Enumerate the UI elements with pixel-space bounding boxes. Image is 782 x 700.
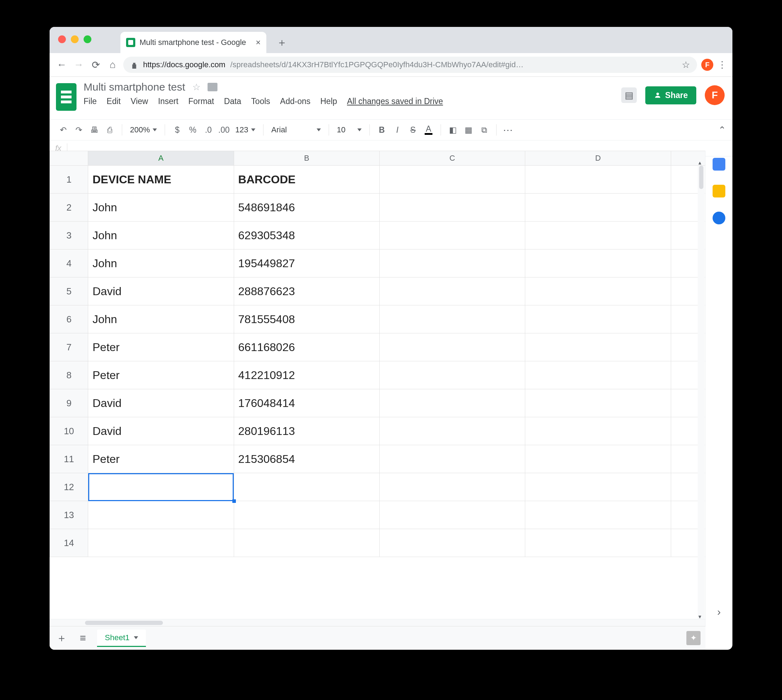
cell[interactable] [525, 501, 671, 529]
menu-view[interactable]: View [131, 97, 148, 106]
italic-button[interactable]: I [390, 123, 404, 137]
cell[interactable] [88, 529, 234, 557]
cell[interactable] [379, 305, 525, 333]
cell[interactable] [525, 166, 671, 193]
text-color-button[interactable]: A [421, 123, 436, 137]
menu-insert[interactable]: Insert [158, 97, 179, 106]
minimize-window-button[interactable] [71, 35, 79, 43]
browser-tab[interactable]: Multi smartphone test - Google × [120, 32, 266, 53]
column-header-B[interactable]: B [234, 151, 379, 166]
cell[interactable] [525, 277, 671, 305]
cell[interactable] [525, 250, 671, 277]
row-header[interactable]: 14 [50, 529, 88, 557]
cell[interactable] [525, 333, 671, 361]
cell[interactable] [379, 277, 525, 305]
cell[interactable]: John [88, 193, 234, 222]
browser-menu-button[interactable]: ⋮ [718, 60, 727, 70]
cell[interactable] [525, 305, 671, 333]
add-sheet-button[interactable]: ＋ [55, 631, 69, 645]
cell[interactable] [525, 445, 671, 473]
row-header[interactable]: 3 [50, 222, 88, 250]
cell[interactable]: 548691846 [234, 193, 379, 222]
print-button[interactable]: 🖶 [87, 123, 101, 137]
merge-cells-button[interactable]: ⧉ [477, 123, 491, 137]
menu-file[interactable]: File [84, 97, 97, 106]
cell[interactable] [525, 193, 671, 222]
redo-button[interactable]: ↷ [72, 123, 86, 137]
cell[interactable] [234, 501, 379, 529]
cell[interactable] [525, 473, 671, 501]
menu-format[interactable]: Format [189, 97, 214, 106]
currency-button[interactable]: $ [170, 123, 184, 137]
font-size-dropdown[interactable]: 10 [334, 125, 364, 135]
cell[interactable] [379, 445, 525, 473]
close-tab-button[interactable]: × [256, 38, 261, 47]
more-toolbar-button[interactable]: ⋯ [501, 123, 516, 137]
row-header[interactable]: 4 [50, 250, 88, 277]
font-dropdown[interactable]: Arial [269, 125, 324, 135]
borders-button[interactable]: ▦ [461, 123, 476, 137]
cell[interactable]: 280196113 [234, 417, 379, 445]
account-avatar[interactable]: F [705, 85, 725, 105]
cell[interactable]: 781555408 [234, 305, 379, 333]
menu-edit[interactable]: Edit [107, 97, 121, 106]
horizontal-scrollbar[interactable] [50, 619, 705, 627]
cell[interactable] [234, 529, 379, 557]
undo-button[interactable]: ↶ [56, 123, 70, 137]
cell[interactable] [379, 193, 525, 222]
sheet-tab-menu-icon[interactable] [134, 636, 138, 639]
bold-button[interactable]: B [375, 123, 389, 137]
cell[interactable]: 215306854 [234, 445, 379, 473]
menu-tools[interactable]: Tools [251, 97, 270, 106]
cell[interactable]: Peter [88, 445, 234, 473]
column-header-D[interactable]: D [525, 151, 671, 166]
cell[interactable] [525, 389, 671, 417]
new-tab-button[interactable]: ＋ [275, 35, 289, 50]
cell[interactable]: 412210912 [234, 361, 379, 389]
cell[interactable] [525, 417, 671, 445]
vertical-scrollbar[interactable]: ▴▾ [698, 166, 705, 619]
cell[interactable] [88, 473, 234, 501]
row-header[interactable]: 8 [50, 361, 88, 389]
star-document-button[interactable]: ☆ [192, 82, 201, 93]
row-header[interactable]: 2 [50, 193, 88, 222]
cell[interactable] [379, 529, 525, 557]
spreadsheet-grid[interactable]: A B C D 1DEVICE NAMEBARCODE2John54869184… [50, 151, 705, 627]
maximize-window-button[interactable] [84, 35, 91, 43]
row-header[interactable]: 6 [50, 305, 88, 333]
collapse-toolbar-button[interactable]: ⌃ [718, 125, 726, 135]
row-header[interactable]: 5 [50, 277, 88, 305]
cell[interactable] [379, 417, 525, 445]
select-all-corner[interactable] [50, 151, 88, 166]
cell[interactable] [234, 473, 379, 501]
menu-data[interactable]: Data [224, 97, 242, 106]
cell[interactable]: John [88, 222, 234, 250]
forward-button[interactable]: → [72, 58, 85, 71]
sheets-logo[interactable] [56, 83, 77, 111]
profile-avatar[interactable]: F [701, 59, 713, 71]
cell[interactable]: John [88, 250, 234, 277]
home-button[interactable]: ⌂ [106, 58, 119, 71]
cell[interactable]: 629305348 [234, 222, 379, 250]
save-status[interactable]: All changes saved in Drive [347, 97, 443, 106]
cell[interactable] [379, 361, 525, 389]
menu-help[interactable]: Help [320, 97, 337, 106]
back-button[interactable]: ← [55, 58, 68, 71]
explore-button[interactable]: ✦ [687, 631, 700, 645]
cell[interactable]: David [88, 389, 234, 417]
increase-decimal-button[interactable]: .00 [217, 123, 231, 137]
cell[interactable]: BARCODE [234, 166, 379, 193]
menu-addons[interactable]: Add-ons [280, 97, 311, 106]
cell[interactable]: DEVICE NAME [88, 166, 234, 193]
cell[interactable]: Peter [88, 333, 234, 361]
comments-button[interactable]: ▤ [621, 87, 637, 103]
close-window-button[interactable] [58, 35, 66, 43]
fill-color-button[interactable]: ◧ [446, 123, 460, 137]
percent-button[interactable]: % [185, 123, 200, 137]
cell[interactable]: David [88, 277, 234, 305]
column-header-A[interactable]: A [88, 151, 234, 166]
row-header[interactable]: 11 [50, 445, 88, 473]
row-header[interactable]: 7 [50, 333, 88, 361]
calendar-icon[interactable] [713, 158, 725, 170]
all-sheets-button[interactable]: ≡ [76, 631, 90, 645]
